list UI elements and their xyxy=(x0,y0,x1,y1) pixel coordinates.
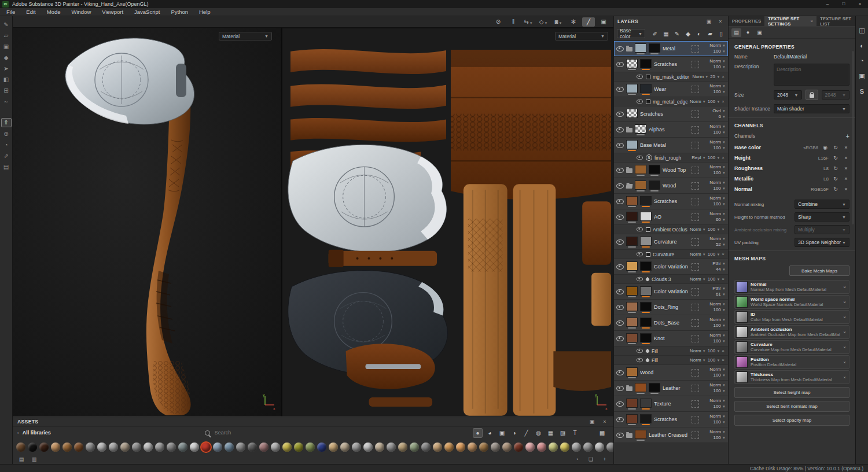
bake-mesh-maps-button[interactable]: Bake Mesh Maps xyxy=(789,266,849,276)
remove-effect-icon[interactable]: × xyxy=(722,74,724,79)
remove-channel-icon[interactable]: × xyxy=(843,186,849,192)
layer-effect-row[interactable]: Fill Norm ▼ 100 ▼ × xyxy=(614,356,728,365)
layer-thumbnail[interactable] xyxy=(626,399,638,408)
layer-effect-row[interactable]: mg_mask_editor Norm ▼ 25 ▼ × xyxy=(614,72,728,82)
geometry-mask-icon[interactable] xyxy=(692,126,699,134)
opacity-dropdown[interactable]: 100 ▼ xyxy=(713,171,726,175)
filter-brushes-icon[interactable]: ╱ xyxy=(522,429,531,437)
geometry-mask-icon[interactable] xyxy=(692,385,699,392)
asset-material-thumbnail[interactable] xyxy=(294,443,303,452)
layer-thumbnail[interactable] xyxy=(640,196,652,205)
opacity-dropdown[interactable]: 100 ▼ xyxy=(713,404,726,409)
layer-thumbnail[interactable] xyxy=(626,261,638,271)
remove-mesh-map-icon[interactable]: × xyxy=(843,330,846,335)
layer-thumbnail[interactable] xyxy=(640,261,652,271)
layer-thumbnail[interactable] xyxy=(626,318,638,327)
layer-thumbnail[interactable] xyxy=(626,212,638,221)
eraser-tool[interactable]: ▱ xyxy=(2,32,11,40)
asset-material-thumbnail[interactable] xyxy=(433,443,442,452)
geometry-mask-icon[interactable] xyxy=(692,167,699,174)
asset-material-thumbnail[interactable] xyxy=(502,443,512,452)
history-icon[interactable]: ◔ xyxy=(858,57,867,64)
remove-channel-icon[interactable]: × xyxy=(843,165,849,171)
asset-material-thumbnail[interactable] xyxy=(86,443,95,452)
asset-material-thumbnail[interactable] xyxy=(248,443,257,452)
asset-material-thumbnail[interactable] xyxy=(306,443,315,452)
reset-channel-icon[interactable]: ↻ xyxy=(832,176,839,182)
geometry-mask-icon[interactable] xyxy=(692,86,699,93)
blend-mode-dropdown[interactable]: Norm ▼ xyxy=(709,180,726,185)
layer-thumbnail[interactable] xyxy=(640,237,652,246)
blend-mode-dropdown[interactable]: Norm ▼ xyxy=(709,59,726,64)
geometry-mask-icon[interactable] xyxy=(692,400,699,408)
substance-share-icon[interactable]: S xyxy=(858,88,867,95)
filter-smart-masks-icon[interactable]: ▣ xyxy=(498,429,506,437)
visibility-icon[interactable] xyxy=(616,320,624,326)
layer-row[interactable]: Wood Norm ▼ 100 ▼ xyxy=(614,178,728,194)
3d-viewport-canvas[interactable] xyxy=(13,28,281,416)
layer-thumbnail[interactable] xyxy=(626,84,638,93)
layer-row[interactable]: Alphas Norm ▼ 100 ▼ xyxy=(614,122,728,138)
display-settings-icon[interactable]: ◫ xyxy=(858,27,867,34)
list-view-icon[interactable]: ▤ xyxy=(17,456,25,462)
visibility-icon[interactable] xyxy=(616,112,624,117)
reset-channel-icon[interactable]: ↻ xyxy=(832,165,839,171)
blend-mode-dropdown[interactable]: Norm ▼ xyxy=(709,165,726,169)
size-lock-button[interactable] xyxy=(806,90,818,100)
remove-mesh-map-icon[interactable]: × xyxy=(843,300,846,305)
blend-mode-dropdown[interactable]: Norm ▼ xyxy=(709,318,726,322)
layer-row[interactable]: Color Variation Pthr ▼ 61 ▼ xyxy=(614,284,728,300)
projection-tool[interactable]: ▣ xyxy=(2,43,11,51)
remove-channel-icon[interactable]: × xyxy=(843,145,849,150)
channel-format[interactable]: RGB16F xyxy=(811,187,829,192)
remove-mesh-map-icon[interactable]: × xyxy=(843,345,846,350)
mesh-map-card[interactable]: World space normal World Space Normals D… xyxy=(734,295,849,309)
effect-opacity-dropdown[interactable]: 100 ▼ xyxy=(708,155,720,160)
2d-uv-viewport[interactable]: Material▼ y x xyxy=(281,28,613,416)
layer-row[interactable]: Scratches Ovrl ▼ 6 ▼ xyxy=(614,106,728,122)
layer-effect-row[interactable]: mg_metal_edge_w... Norm ▼ 100 ▼ × xyxy=(614,97,728,106)
asset-material-thumbnail[interactable] xyxy=(271,443,280,452)
mesh-map-card[interactable]: Ambient occlusion Ambient Occlusion Map … xyxy=(734,325,849,339)
shader-settings-icon[interactable]: ● xyxy=(743,28,753,37)
layer-row[interactable]: Leather Norm ▼ 100 ▼ xyxy=(614,381,728,396)
asset-material-thumbnail[interactable] xyxy=(190,443,199,452)
geometry-mask-icon[interactable] xyxy=(692,335,699,342)
layer-effect-row[interactable]: Ambient Occlusion Norm ▼ 100 ▼ × xyxy=(614,225,728,234)
opacity-dropdown[interactable]: 100 ▼ xyxy=(713,389,726,393)
layer-thumbnail[interactable] xyxy=(635,165,646,174)
blend-mode-dropdown[interactable]: Norm ▼ xyxy=(709,367,726,372)
close-button[interactable]: × xyxy=(852,0,868,8)
visibility-icon[interactable] xyxy=(616,417,624,422)
close-tab-icon[interactable]: × xyxy=(811,19,814,24)
remove-mesh-map-icon[interactable]: × xyxy=(843,375,846,380)
effect-blend-dropdown[interactable]: Norm ▼ xyxy=(690,227,706,232)
layer-row[interactable]: Scratches Norm ▼ 100 ▼ xyxy=(614,412,728,427)
asset-material-thumbnail[interactable] xyxy=(132,443,141,452)
geometry-mask-icon[interactable] xyxy=(692,432,699,439)
smudge-tool[interactable]: ∼ xyxy=(2,98,11,106)
geometry-mask-icon[interactable] xyxy=(692,319,699,327)
visibility-icon[interactable] xyxy=(616,370,624,375)
menu-window[interactable]: Window xyxy=(71,9,91,15)
maximize-button[interactable]: □ xyxy=(836,0,852,8)
asset-material-thumbnail[interactable] xyxy=(468,443,477,452)
layer-thumbnail[interactable] xyxy=(626,286,638,296)
geometry-mask-icon[interactable] xyxy=(692,263,699,271)
effect-opacity-dropdown[interactable]: 25 ▼ xyxy=(710,74,720,79)
layer-effect-row[interactable]: Fill Norm ▼ 100 ▼ × xyxy=(614,346,728,356)
texture-set-list-icon[interactable]: ▣ xyxy=(858,72,867,80)
remove-channel-icon[interactable]: × xyxy=(843,176,849,182)
symmetry-icon[interactable]: ⇆▼ xyxy=(522,17,535,27)
blend-mode-dropdown[interactable]: Norm ▼ xyxy=(709,43,726,48)
select-opacity-map-button[interactable]: Select opacity map xyxy=(734,415,849,426)
asset-material-thumbnail[interactable] xyxy=(109,443,118,452)
asset-material-thumbnail[interactable] xyxy=(155,443,164,452)
blend-mode-dropdown[interactable]: Norm ▼ xyxy=(709,414,726,419)
asset-material-thumbnail[interactable] xyxy=(167,443,176,452)
asset-material-thumbnail[interactable] xyxy=(514,443,523,452)
asset-material-thumbnail[interactable] xyxy=(178,443,187,452)
visibility-icon[interactable] xyxy=(616,433,624,438)
layer-thumbnail[interactable] xyxy=(640,333,652,342)
transform-tool[interactable]: ⇗ xyxy=(2,152,11,160)
